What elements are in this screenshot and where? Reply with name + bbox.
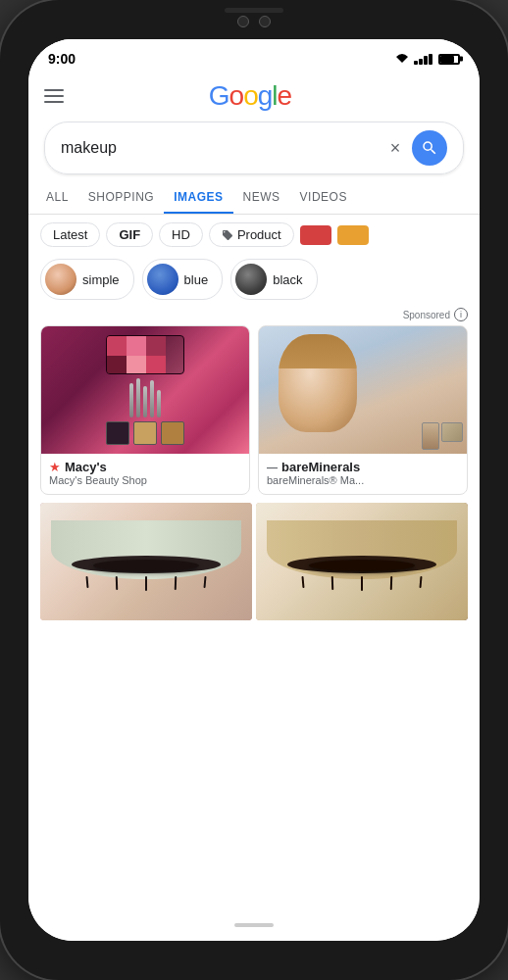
speaker	[225, 8, 283, 13]
tab-images[interactable]: IMAGES	[164, 182, 232, 214]
tab-news[interactable]: NEWS	[233, 182, 290, 214]
status-bar: 9:00	[28, 39, 480, 73]
shop-card-macys[interactable]: ★ Macy's Macy's Beauty Shop	[40, 325, 250, 495]
filter-latest[interactable]: Latest	[40, 222, 100, 247]
clear-button[interactable]: ×	[386, 139, 404, 157]
logo-e: e	[278, 80, 292, 111]
shopping-row: ★ Macy's Macy's Beauty Shop	[28, 325, 480, 503]
tabs-bar: ALL SHOPPING IMAGES NEWS VIDEOS	[28, 182, 480, 215]
signal-bar-3	[424, 56, 428, 65]
hamburger-line-3	[44, 101, 64, 103]
search-icon	[421, 139, 438, 157]
filter-product-label: Product	[237, 227, 281, 242]
camera-left	[237, 16, 249, 27]
signal-icon	[414, 54, 432, 65]
sponsored-info[interactable]: i	[454, 308, 468, 321]
bottom-area	[28, 620, 480, 941]
bareminerals-name: bareMinerals	[281, 460, 360, 474]
macys-name: Macy's	[65, 460, 107, 474]
shop-card-bareminerals-image	[259, 326, 467, 454]
tab-videos[interactable]: VIDEOS	[290, 182, 357, 214]
bareminerals-dash: —	[267, 462, 278, 473]
filter-product[interactable]: Product	[209, 222, 294, 247]
filter-row: Latest GIF HD Product	[28, 215, 480, 255]
hamburger-line-2	[44, 95, 64, 97]
tab-all[interactable]: ALL	[36, 182, 78, 214]
suggestions-row: simple blue black	[28, 255, 480, 308]
grid-image-right[interactable]	[256, 503, 468, 620]
filter-hd[interactable]: HD	[159, 222, 203, 247]
signal-bar-4	[429, 54, 432, 65]
logo-g: G	[209, 80, 229, 111]
color-swatch-red[interactable]	[300, 225, 331, 245]
logo-o2: o	[243, 80, 258, 111]
sponsored-label: Sponsored	[403, 310, 450, 320]
tag-icon	[222, 229, 233, 241]
avatar-simple	[45, 264, 76, 295]
suggestion-black-label: black	[273, 272, 302, 287]
bottom-nav-indicator	[234, 923, 274, 927]
camera-area	[237, 16, 271, 27]
battery-icon	[438, 54, 460, 65]
avatar-blue	[147, 264, 178, 295]
google-logo: Google	[209, 80, 291, 112]
signal-bar-2	[419, 59, 423, 65]
phone-frame: 9:00	[0, 0, 508, 980]
phone-screen: 9:00	[28, 39, 480, 941]
grid-image-left[interactable]	[40, 503, 252, 620]
image-grid	[28, 503, 480, 620]
status-icons	[394, 53, 460, 65]
search-query: makeup	[61, 139, 386, 157]
suggestion-simple-label: simple	[82, 272, 120, 287]
shop-card-macys-image	[41, 326, 249, 454]
logo-g2: g	[258, 80, 273, 111]
filter-gif[interactable]: GIF	[106, 222, 153, 247]
battery-fill	[440, 56, 454, 63]
shop-card-bareminerals[interactable]: — bareMinerals bareMinerals® Ma...	[258, 325, 468, 495]
wifi-icon	[394, 53, 410, 65]
tab-shopping[interactable]: SHOPPING	[78, 182, 164, 214]
macys-sub: Macy's Beauty Shop	[49, 474, 241, 486]
search-button[interactable]	[412, 130, 447, 166]
camera-right	[259, 16, 271, 27]
signal-bar-1	[414, 61, 418, 65]
menu-button[interactable]	[44, 89, 64, 103]
color-swatch-orange[interactable]	[337, 225, 369, 245]
suggestion-blue-label: blue	[184, 272, 209, 287]
suggestion-blue[interactable]: blue	[142, 259, 224, 300]
screen-content: 9:00	[28, 39, 480, 941]
google-header: Google	[28, 73, 480, 116]
bareminerals-sub: bareMinerals® Ma...	[267, 474, 459, 486]
macys-star: ★	[49, 460, 61, 474]
avatar-black	[235, 264, 267, 295]
hamburger-line-1	[44, 89, 64, 91]
shop-card-macys-info: ★ Macy's Macy's Beauty Shop	[41, 454, 249, 494]
shop-card-bareminerals-info: — bareMinerals bareMinerals® Ma...	[259, 454, 467, 494]
suggestion-simple[interactable]: simple	[40, 259, 134, 300]
suggestion-black[interactable]: black	[230, 259, 317, 300]
search-bar[interactable]: makeup ×	[44, 122, 464, 174]
sponsored-row: Sponsored i	[28, 308, 480, 325]
status-time: 9:00	[48, 51, 76, 67]
logo-o1: o	[229, 80, 244, 111]
